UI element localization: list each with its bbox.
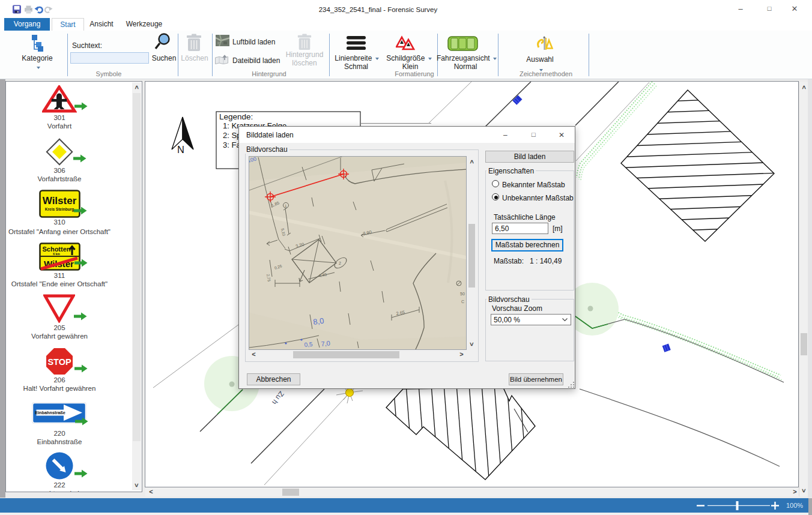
svg-text:C: C — [461, 300, 464, 304]
svg-text:8,0: 8,0 — [312, 316, 324, 327]
svg-text:2: 2 — [339, 261, 341, 265]
svg-text:7,0: 7,0 — [321, 339, 330, 348]
svg-text:100%: 100% — [786, 502, 803, 509]
svg-text:6 km: 6 km — [53, 252, 60, 256]
svg-text:N: N — [177, 144, 184, 155]
svg-text:STOP: STOP — [47, 357, 71, 367]
svg-text:50: 50 — [460, 292, 465, 296]
svg-text:Legende:: Legende: — [219, 112, 253, 121]
svg-text:Zu h: Zu h — [270, 390, 286, 406]
svg-text:0,5: 0,5 — [304, 341, 313, 348]
svg-text:Wilster: Wilster — [43, 195, 77, 206]
svg-text:Einbahnstraße: Einbahnstraße — [35, 410, 65, 415]
svg-text:Kreis Steinburg: Kreis Steinburg — [45, 207, 74, 212]
